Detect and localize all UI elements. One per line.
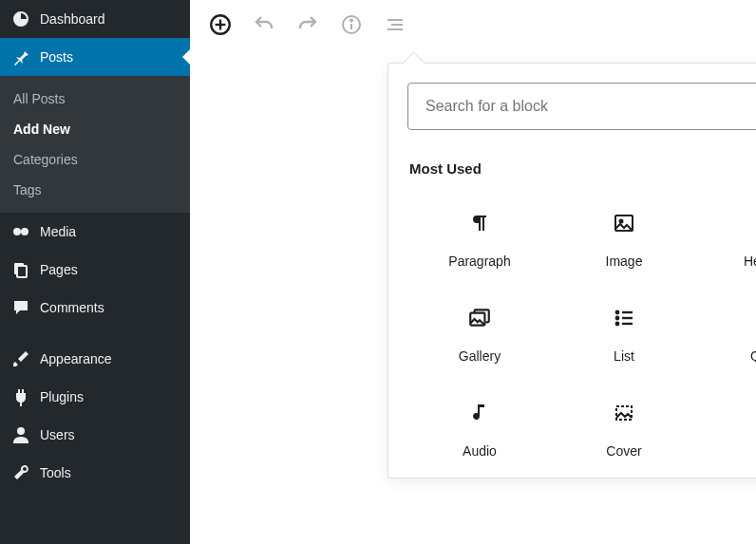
sidebar-item-dashboard[interactable]: Dashboard bbox=[0, 0, 190, 38]
submenu-all-posts[interactable]: All Posts bbox=[0, 84, 190, 114]
list-icon bbox=[611, 305, 637, 331]
svg-point-19 bbox=[616, 317, 618, 319]
submenu-add-new[interactable]: Add New bbox=[0, 114, 190, 144]
svg-point-15 bbox=[620, 220, 623, 223]
admin-sidebar: Dashboard Posts All Posts Add New Catego… bbox=[0, 0, 190, 544]
audio-icon bbox=[466, 400, 493, 426]
editor-toolbar bbox=[190, 0, 756, 50]
block-grid: Paragraph Image Heading bbox=[407, 210, 756, 459]
sidebar-label: Media bbox=[40, 224, 76, 239]
block-gallery[interactable]: Gallery bbox=[407, 305, 552, 364]
media-icon bbox=[11, 222, 30, 241]
block-label: Cover bbox=[606, 443, 641, 459]
brush-icon bbox=[11, 349, 30, 368]
block-label: List bbox=[614, 348, 634, 364]
sidebar-item-appearance[interactable]: Appearance bbox=[0, 340, 190, 378]
svg-point-21 bbox=[616, 323, 618, 325]
sidebar-label: Posts bbox=[40, 49, 73, 65]
sidebar-item-plugins[interactable]: Plugins bbox=[0, 378, 190, 416]
block-cover[interactable]: Cover bbox=[552, 400, 696, 459]
paragraph-icon bbox=[466, 210, 493, 236]
submenu-categories[interactable]: Categories bbox=[0, 144, 190, 175]
outline-button[interactable] bbox=[382, 11, 408, 38]
pages-icon bbox=[11, 260, 30, 279]
dashboard-icon bbox=[11, 9, 30, 28]
pin-icon bbox=[11, 47, 30, 66]
block-list[interactable]: List bbox=[552, 305, 696, 364]
redo-button[interactable] bbox=[294, 11, 321, 38]
undo-button[interactable] bbox=[251, 11, 277, 38]
block-label: Audio bbox=[463, 443, 497, 459]
cover-icon bbox=[611, 400, 637, 426]
add-block-button[interactable] bbox=[207, 11, 234, 38]
block-label: Heading bbox=[744, 253, 756, 269]
sidebar-label: Plugins bbox=[40, 389, 84, 404]
sidebar-item-posts[interactable]: Posts bbox=[0, 38, 190, 76]
block-file[interactable]: File bbox=[696, 400, 756, 459]
sidebar-item-pages[interactable]: Pages bbox=[0, 251, 190, 289]
block-inserter-panel: Most Used Paragraph Image bbox=[387, 63, 756, 478]
sidebar-item-media[interactable]: Media bbox=[0, 213, 190, 251]
block-search-input[interactable] bbox=[407, 83, 756, 130]
section-title: Most Used bbox=[409, 160, 482, 177]
block-label: Gallery bbox=[459, 348, 501, 364]
gallery-icon bbox=[466, 305, 493, 331]
block-label: Quote bbox=[750, 348, 756, 364]
section-header-most-used[interactable]: Most Used bbox=[407, 157, 756, 183]
sidebar-label: Appearance bbox=[40, 351, 112, 366]
block-label: Image bbox=[606, 253, 643, 269]
posts-submenu: All Posts Add New Categories Tags bbox=[0, 76, 190, 213]
editor-area: a block Most Used Paragraph bbox=[190, 0, 756, 544]
image-icon bbox=[611, 210, 637, 236]
svg-point-17 bbox=[616, 311, 618, 313]
svg-point-1 bbox=[21, 228, 28, 235]
plug-icon bbox=[11, 387, 30, 406]
block-image[interactable]: Image bbox=[552, 210, 696, 269]
submenu-tags[interactable]: Tags bbox=[0, 175, 190, 205]
user-icon bbox=[11, 425, 30, 444]
block-audio[interactable]: Audio bbox=[407, 400, 552, 459]
sidebar-label: Pages bbox=[40, 262, 78, 277]
comments-icon bbox=[11, 298, 30, 317]
svg-point-10 bbox=[350, 20, 352, 22]
svg-point-0 bbox=[13, 228, 21, 235]
sidebar-item-comments[interactable]: Comments bbox=[0, 289, 190, 327]
sidebar-label: Dashboard bbox=[40, 11, 105, 27]
svg-rect-3 bbox=[17, 266, 27, 277]
sidebar-item-users[interactable]: Users bbox=[0, 416, 190, 454]
svg-point-4 bbox=[17, 427, 25, 435]
block-paragraph[interactable]: Paragraph bbox=[407, 210, 552, 269]
block-heading[interactable]: Heading bbox=[696, 210, 756, 269]
sidebar-item-tools[interactable]: Tools bbox=[0, 454, 190, 492]
wrench-icon bbox=[11, 463, 30, 482]
block-quote[interactable]: Quote bbox=[696, 305, 756, 364]
sidebar-label: Comments bbox=[40, 300, 104, 315]
info-button[interactable] bbox=[338, 11, 365, 38]
sidebar-label: Users bbox=[40, 427, 75, 442]
sidebar-label: Tools bbox=[40, 465, 71, 480]
block-label: Paragraph bbox=[448, 253, 510, 269]
